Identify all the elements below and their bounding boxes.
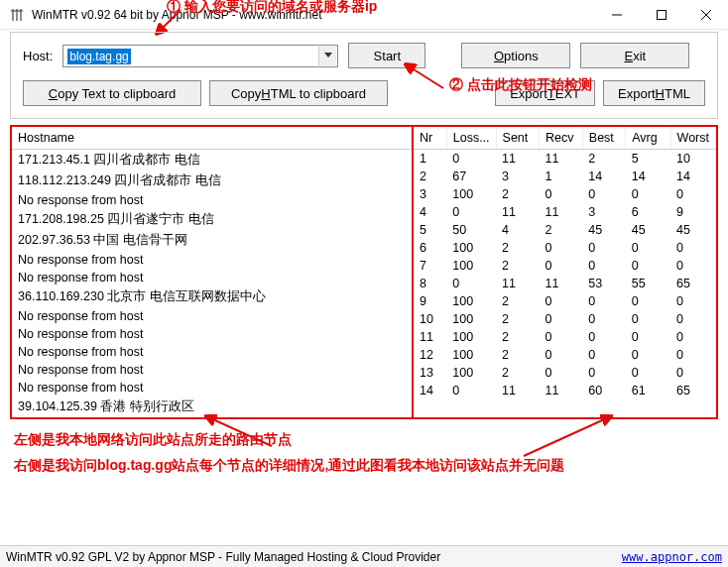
cell-sent: 2 <box>496 185 540 203</box>
cell-best: 2 <box>582 150 625 169</box>
cell-hostname: 118.112.213.249 四川省成都市 电信 <box>12 170 412 191</box>
title-bar: WinMTR v0.92 64 bit by Appnor MSP - www.… <box>0 0 728 30</box>
table-row[interactable]: No response from host <box>12 325 412 343</box>
cell-worst: 45 <box>670 221 715 239</box>
cell-loss: 0 <box>446 150 496 169</box>
status-bar: WinMTR v0.92 GPL V2 by Appnor MSP - Full… <box>0 545 728 567</box>
options-button[interactable]: Options <box>461 43 570 68</box>
col-avrg[interactable]: Avrg <box>626 127 670 150</box>
cell-recv: 0 <box>540 257 583 275</box>
cell-sent: 2 <box>496 328 540 346</box>
cell-sent: 11 <box>496 382 540 399</box>
minimize-button[interactable] <box>594 0 639 30</box>
cell-best: 0 <box>582 185 625 203</box>
table-row[interactable]: 1210020000 <box>414 346 716 364</box>
cell-best: 53 <box>582 275 625 292</box>
cell-loss: 67 <box>446 168 496 185</box>
host-combo[interactable]: blog.tag.gg <box>62 45 338 67</box>
table-row[interactable]: No response from host <box>12 191 412 209</box>
cell-hostname: No response from host <box>12 379 412 397</box>
col-sent[interactable]: Sent <box>496 127 540 150</box>
col-recv[interactable]: Recv <box>540 127 583 150</box>
table-row[interactable]: No response from host <box>12 343 412 361</box>
cell-avrg: 55 <box>626 275 670 292</box>
table-row[interactable]: 1010020000 <box>414 310 716 328</box>
table-row[interactable]: 1401111606165 <box>414 382 716 399</box>
table-row[interactable]: No response from host <box>12 269 412 286</box>
table-row[interactable]: 202.97.36.53 中国 电信骨干网 <box>12 230 412 251</box>
table-row[interactable]: 39.104.125.39 香港 特别行政区 <box>12 397 412 417</box>
table-row[interactable]: 710020000 <box>414 257 716 275</box>
table-row[interactable]: 910020000 <box>414 292 716 310</box>
cell-worst: 0 <box>670 292 715 310</box>
table-row[interactable]: 171.208.198.25 四川省遂宁市 电信 <box>12 209 412 230</box>
cell-worst: 0 <box>670 346 715 364</box>
cell-loss: 100 <box>446 328 496 346</box>
col-nr[interactable]: Nr <box>414 127 446 150</box>
cell-best: 0 <box>582 239 625 257</box>
cell-worst: 0 <box>670 257 715 275</box>
copy-html-button[interactable]: Copy HTML to clipboard <box>209 80 388 106</box>
cell-worst: 0 <box>670 239 715 257</box>
table-row[interactable]: 610020000 <box>414 239 716 257</box>
table-row[interactable]: 1110020000 <box>414 328 716 346</box>
cell-hostname: No response from host <box>12 361 412 379</box>
table-row[interactable]: 26731141414 <box>414 168 716 185</box>
cell-worst: 9 <box>670 203 715 221</box>
table-row[interactable]: 55042454545 <box>414 221 716 239</box>
cell-avrg: 6 <box>626 203 670 221</box>
table-row[interactable]: 171.213.45.1 四川省成都市 电信 <box>12 150 412 171</box>
cell-best: 14 <box>582 168 625 185</box>
cell-hostname: 202.97.36.53 中国 电信骨干网 <box>12 230 412 251</box>
cell-sent: 2 <box>496 346 540 364</box>
cell-hostname: No response from host <box>12 251 412 269</box>
cell-sent: 2 <box>496 292 540 310</box>
cell-recv: 0 <box>540 364 583 382</box>
cell-nr: 13 <box>414 364 446 382</box>
cell-loss: 100 <box>446 310 496 328</box>
cell-nr: 3 <box>414 185 446 203</box>
cell-sent: 2 <box>496 257 540 275</box>
table-row[interactable]: No response from host <box>12 379 412 397</box>
cell-best: 0 <box>582 364 625 382</box>
cell-best: 0 <box>582 257 625 275</box>
table-row[interactable]: No response from host <box>12 251 412 269</box>
host-input-value[interactable]: blog.tag.gg <box>67 49 130 64</box>
table-row[interactable]: 1011112510 <box>414 150 716 169</box>
cell-nr: 10 <box>414 310 446 328</box>
cell-avrg: 61 <box>626 382 670 399</box>
cell-recv: 2 <box>540 221 583 239</box>
status-link[interactable]: www.appnor.com <box>622 550 722 564</box>
table-row[interactable]: 36.110.169.230 北京市 电信互联网数据中心 <box>12 286 412 307</box>
exit-button[interactable]: Exit <box>580 43 689 68</box>
cell-avrg: 0 <box>626 185 670 203</box>
cell-avrg: 14 <box>626 168 670 185</box>
col-hostname[interactable]: Hostname <box>12 127 412 150</box>
table-row[interactable]: 401111369 <box>414 203 716 221</box>
cell-avrg: 0 <box>626 364 670 382</box>
maximize-button[interactable] <box>639 0 683 30</box>
cell-nr: 11 <box>414 328 446 346</box>
cell-worst: 65 <box>670 382 715 399</box>
cell-recv: 0 <box>540 328 583 346</box>
table-row[interactable]: No response from host <box>12 361 412 379</box>
col-loss[interactable]: Loss... <box>446 127 496 150</box>
cell-avrg: 0 <box>626 239 670 257</box>
cell-worst: 0 <box>670 364 715 382</box>
start-button[interactable]: Start <box>348 43 425 68</box>
table-row[interactable]: 310020000 <box>414 185 716 203</box>
col-worst[interactable]: Worst <box>670 127 715 150</box>
cell-best: 60 <box>582 382 625 399</box>
close-button[interactable] <box>683 0 728 30</box>
table-row[interactable]: 801111535565 <box>414 275 716 292</box>
table-row[interactable]: 118.112.213.249 四川省成都市 电信 <box>12 170 412 191</box>
export-html-button[interactable]: Export HTML <box>603 80 705 106</box>
export-text-button[interactable]: Export TEXT <box>495 80 595 106</box>
chevron-down-icon[interactable] <box>318 47 336 65</box>
cell-nr: 2 <box>414 168 446 185</box>
app-icon <box>8 6 26 24</box>
copy-text-button[interactable]: Copy Text to clipboard <box>23 80 201 106</box>
col-best[interactable]: Best <box>582 127 625 150</box>
table-row[interactable]: 1310020000 <box>414 364 716 382</box>
table-row[interactable]: No response from host <box>12 307 412 325</box>
